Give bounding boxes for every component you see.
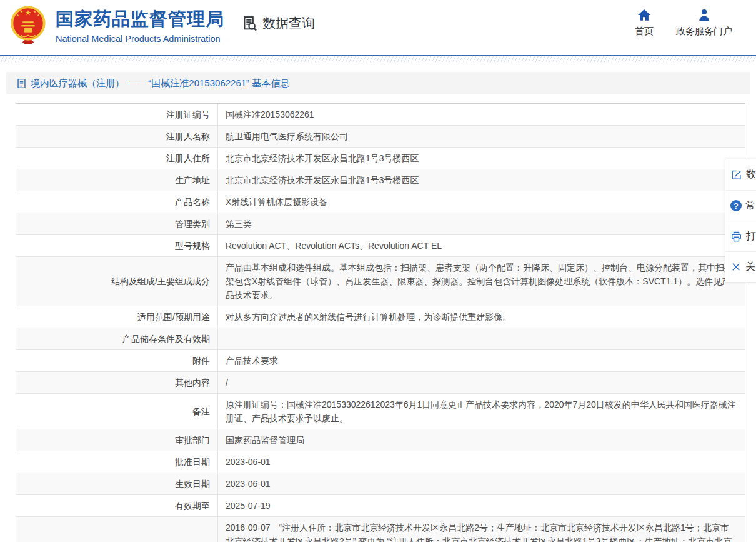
tool-data-feedback[interactable]: 数: [725, 159, 756, 190]
row-label: 审批部门: [16, 429, 217, 451]
row-value: 北京市北京经济技术开发区永昌北路1号3号楼西区: [217, 148, 745, 169]
row-value: 2023-06-01: [217, 451, 745, 473]
org-name-cn: 国家药品监督管理局: [56, 7, 224, 32]
table-row: 型号规格Revolution ACT、Revolution ACTs、Revol…: [16, 234, 745, 256]
table-row: 注册人住所北京市北京经济技术开发区永昌北路1号3号楼西区: [16, 147, 745, 169]
row-label: 有效期至: [16, 495, 217, 516]
row-value: 第三类: [217, 213, 745, 234]
row-value: X射线计算机体层摄影设备: [217, 191, 745, 213]
data-query-label: 数据查询: [262, 14, 315, 32]
registration-info-table: 注册证编号国械注准20153062261 注册人名称航卫通用电气医疗系统有限公司…: [16, 103, 745, 542]
tool-label: 打: [746, 230, 756, 243]
row-label: 产品名称: [16, 191, 217, 213]
table-row: 生产地址北京市北京经济技术开发区永昌北路1号3号楼西区: [16, 169, 745, 191]
table-row: 注册人名称航卫通用电气医疗系统有限公司: [16, 125, 745, 147]
row-value: Revolution ACT、Revolution ACTs、Revolutio…: [217, 235, 745, 256]
nav-gov-portal-label: 政务服务门户: [676, 26, 732, 38]
table-row: 结构及组成/主要组成成分产品由基本组成和选件组成。基本组成包括：扫描架、患者支架…: [16, 256, 745, 306]
table-row: 2016-09-07 “注册人住所：北京市北京经济技术开发区永昌北路2号；生产地…: [16, 516, 745, 542]
row-label: 注册证编号: [16, 104, 217, 125]
table-row: 备注原注册证编号：国械注准201533022612023年6月1日同意更正产品技…: [16, 393, 745, 429]
org-name-en: National Medical Products Administration: [56, 34, 224, 44]
site-header: 国家药品监督管理局 National Medical Products Admi…: [0, 0, 756, 55]
row-value: 航卫通用电气医疗系统有限公司: [217, 126, 745, 147]
row-label: 注册人住所: [16, 148, 217, 169]
row-label: 适用范围/预期用途: [16, 306, 217, 328]
hatch-band: [0, 56, 756, 62]
row-value: 国家药品监督管理局: [217, 429, 745, 451]
row-label: 备注: [16, 394, 217, 429]
row-label: 型号规格: [16, 235, 217, 256]
tool-label: 常: [745, 199, 755, 213]
table-row: 生效日期2023-06-01: [16, 473, 745, 494]
table-row: 产品名称X射线计算机体层摄影设备: [16, 191, 745, 213]
top-nav: 首页 政务服务门户: [635, 9, 732, 38]
breadcrumb-text: 境内医疗器械（注册） —— “国械注准20153062261” 基本信息: [31, 78, 289, 89]
row-label: 生产地址: [16, 169, 217, 191]
home-icon: [637, 9, 651, 21]
breadcrumb: 境内医疗器械（注册） —— “国械注准20153062261” 基本信息: [6, 72, 750, 94]
table-row: 产品储存条件及有效期: [16, 328, 745, 349]
tool-print[interactable]: 打: [725, 221, 756, 251]
main-content: 境内医疗器械（注册） —— “国械注准20153062261” 基本信息 注册证…: [6, 72, 750, 542]
row-label: 附件: [16, 350, 217, 371]
tool-label: 关: [745, 261, 755, 274]
table-row: 有效期至2025-07-19: [16, 494, 745, 516]
row-label: 生效日期: [16, 473, 217, 494]
row-label: [16, 517, 217, 542]
table-row: 管理类别第三类: [16, 213, 745, 234]
row-value: 原注册证编号：国械注准201533022612023年6月1日同意更正产品技术要…: [217, 394, 745, 429]
row-value: /: [217, 372, 745, 393]
row-label: 其他内容: [16, 372, 217, 393]
row-value: 国械注准20153062261: [217, 104, 745, 125]
row-value: 北京市北京经济技术开发区永昌北路1号3号楼西区: [217, 169, 745, 191]
row-value: 2023-06-01: [217, 473, 745, 494]
data-query-heading: 数据查询: [241, 14, 315, 32]
data-query-icon: [241, 14, 258, 32]
close-icon: [730, 261, 742, 273]
document-icon: [17, 78, 26, 89]
row-label: 产品储存条件及有效期: [16, 328, 217, 349]
row-label: 结构及组成/主要组成成分: [16, 257, 217, 306]
row-value: 2025-07-19: [217, 495, 745, 516]
tool-close[interactable]: 关: [725, 251, 756, 282]
row-label: 批准日期: [16, 451, 217, 473]
page: 国家药品监督管理局 National Medical Products Admi…: [0, 0, 756, 542]
floating-tools-panel: 数 ? 常 打 关: [725, 159, 756, 283]
row-value: 2016-09-07 “注册人住所：北京市北京经济技术开发区永昌北路2号；生产地…: [217, 517, 745, 542]
national-emblem-logo: [9, 4, 47, 46]
printer-icon: [730, 231, 742, 243]
tool-label: 数: [746, 168, 756, 181]
brand: 国家药品监督管理局 National Medical Products Admi…: [9, 4, 224, 46]
row-value: [217, 328, 745, 349]
row-value: 产品由基本组成和选件组成。基本组成包括：扫描架、患者支架（两个配置：升降床、固定…: [217, 257, 745, 306]
table-row: 附件产品技术要求: [16, 349, 745, 371]
table-row: 其他内容/: [16, 371, 745, 393]
table-row: 审批部门国家药品监督管理局: [16, 429, 745, 451]
row-label: 注册人名称: [16, 126, 217, 147]
tool-faq[interactable]: ? 常: [725, 190, 756, 221]
brand-text: 国家药品监督管理局 National Medical Products Admi…: [56, 7, 224, 44]
user-icon: [697, 9, 711, 21]
edit-icon: [730, 169, 742, 181]
nav-gov-portal[interactable]: 政务服务门户: [676, 9, 732, 38]
nav-home-label: 首页: [635, 26, 654, 38]
nav-home[interactable]: 首页: [635, 9, 654, 38]
table-row: 注册证编号国械注准20153062261: [16, 104, 745, 125]
table-row: 批准日期2023-06-01: [16, 451, 745, 473]
row-value: 产品技术要求: [217, 350, 745, 371]
table-row: 适用范围/预期用途对从多方向穿过患者的X射线信号进行计算机处理，为诊断提供重建影…: [16, 306, 745, 328]
row-label: 管理类别: [16, 213, 217, 234]
row-value: 对从多方向穿过患者的X射线信号进行计算机处理，为诊断提供重建影像。: [217, 306, 745, 328]
question-icon: ?: [730, 200, 742, 211]
